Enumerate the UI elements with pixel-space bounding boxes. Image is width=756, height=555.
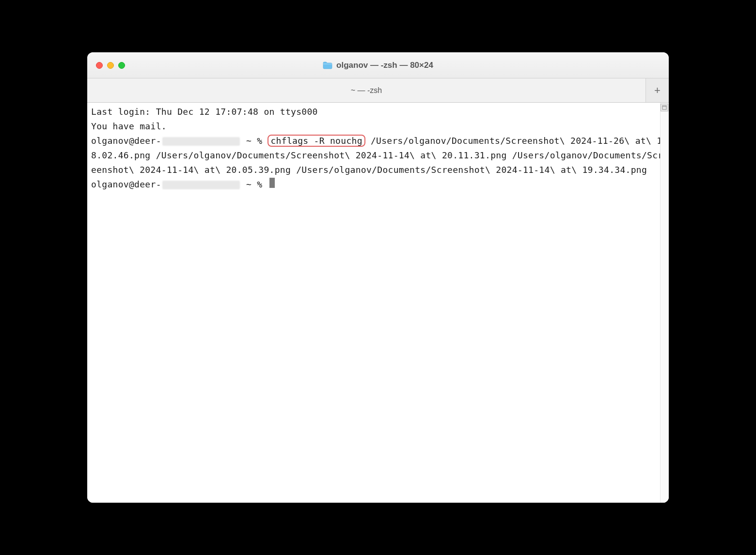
prompt-user-host: olganov@deer- [91, 136, 161, 146]
cursor [269, 178, 275, 188]
plus-icon: + [654, 84, 661, 97]
terminal-content: Last login: Thu Dec 12 17:07:48 on ttys0… [91, 105, 665, 192]
prompt-symbol: ~ % [241, 179, 268, 189]
window-title-area: olganov — -zsh — 80×24 [87, 61, 669, 70]
last-login-line: Last login: Thu Dec 12 17:07:48 on ttys0… [91, 107, 318, 117]
minimize-button[interactable] [107, 62, 114, 69]
new-tab-button[interactable]: + [646, 78, 669, 102]
terminal-window: olganov — -zsh — 80×24 ~ — -zsh + Last l… [87, 52, 669, 503]
terminal-body[interactable]: Last login: Thu Dec 12 17:07:48 on ttys0… [87, 103, 669, 503]
prompt-line-1: olganov@deer- ~ % chflags -R nouchg /Use… [91, 136, 663, 175]
prompt-line-2: olganov@deer- ~ % [91, 179, 275, 189]
scrollbar-track[interactable] [660, 103, 669, 503]
tab-label: ~ — -zsh [351, 86, 382, 95]
folder-icon [323, 62, 332, 69]
close-button[interactable] [96, 62, 103, 69]
prompt-user-host: olganov@deer- [91, 179, 161, 189]
titlebar[interactable]: olganov — -zsh — 80×24 [87, 52, 669, 78]
traffic-lights [96, 62, 125, 69]
tab-current[interactable]: ~ — -zsh [87, 78, 646, 102]
redacted-hostname [162, 181, 240, 189]
window-title: olganov — -zsh — 80×24 [336, 61, 433, 70]
mail-notice-line: You have mail. [91, 121, 167, 131]
tabbar: ~ — -zsh + [87, 78, 669, 103]
scroll-indicator-icon [661, 104, 668, 111]
highlighted-command: chflags -R nouchg [268, 135, 365, 147]
redacted-hostname [162, 137, 240, 146]
maximize-button[interactable] [118, 62, 125, 69]
svg-rect-0 [662, 106, 666, 109]
prompt-symbol: ~ % [241, 136, 268, 146]
